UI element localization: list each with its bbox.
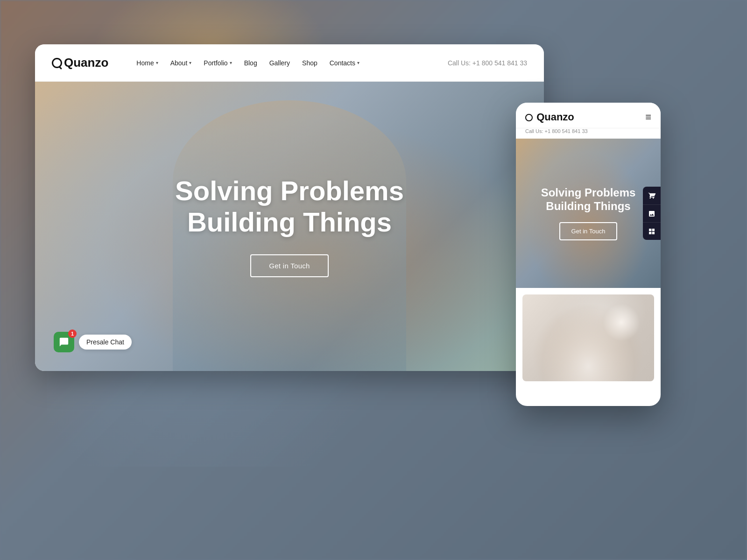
hero-title-line2: Building Things [187, 207, 392, 237]
logo-icon [52, 58, 62, 68]
chevron-down-icon: ▾ [189, 60, 191, 65]
nav-items: Home ▾ About ▾ Portfolio ▾ Blog Gallery … [132, 56, 448, 70]
mobile-hero-cta-button[interactable]: Get in Touch [559, 222, 618, 240]
nav-gallery[interactable]: Gallery [265, 56, 295, 70]
nav-contacts[interactable]: Contacts ▾ [325, 56, 364, 70]
chat-badge: 1 [68, 329, 77, 338]
logo[interactable]: Quanzo [52, 56, 108, 70]
nav-blog-label: Blog [244, 59, 257, 67]
nav-blog[interactable]: Blog [240, 56, 262, 70]
nav-home-label: Home [136, 59, 154, 67]
nav-about[interactable]: About ▾ [166, 56, 197, 70]
nav-about-label: About [170, 59, 188, 67]
nav-shop-label: Shop [302, 59, 317, 67]
nav-home[interactable]: Home ▾ [132, 56, 162, 70]
mobile-hero-title-line1: Solving Problems [541, 186, 636, 199]
chevron-down-icon: ▾ [156, 60, 158, 65]
mobile-header: Quanzo ≡ [516, 103, 661, 128]
hamburger-icon[interactable]: ≡ [645, 112, 651, 122]
mobile-hero-content: Solving Problems Building Things Get in … [516, 139, 661, 288]
nav-portfolio-label: Portfolio [204, 59, 227, 67]
mobile-hero: Solving Problems Building Things Get in … [516, 139, 661, 288]
nav-call: Call Us: +1 800 541 841 33 [448, 59, 527, 67]
hero-title: Solving Problems Building Things [175, 175, 404, 238]
hero-content: Solving Problems Building Things Get in … [35, 82, 544, 371]
hero-title-line1: Solving Problems [175, 175, 404, 206]
nav-contacts-label: Contacts [330, 59, 355, 67]
chevron-down-icon: ▾ [357, 60, 359, 65]
navbar: Quanzo Home ▾ About ▾ Portfolio ▾ Blog G… [35, 44, 544, 82]
chat-label: Presale Chat [79, 335, 132, 350]
mobile-logo-text: Quanzo [536, 111, 574, 123]
flower-detail [603, 304, 640, 341]
mobile-card: Quanzo ≡ Call Us: +1 800 541 841 33 Solv… [516, 103, 661, 406]
mobile-call: Call Us: +1 800 541 841 33 [516, 128, 661, 139]
mobile-hero-title: Solving Problems Building Things [541, 186, 636, 213]
nav-gallery-label: Gallery [269, 59, 290, 67]
desktop-card: Quanzo Home ▾ About ▾ Portfolio ▾ Blog G… [35, 44, 544, 371]
nav-portfolio[interactable]: Portfolio ▾ [199, 56, 236, 70]
hero-section: Solving Problems Building Things Get in … [35, 82, 544, 371]
chevron-down-icon: ▾ [230, 60, 232, 65]
hero-cta-button[interactable]: Get in Touch [250, 254, 329, 277]
mobile-bottom-section [516, 288, 661, 388]
nav-shop[interactable]: Shop [297, 56, 322, 70]
mobile-logo-q [525, 114, 533, 121]
chat-bubble[interactable]: 1 Presale Chat [54, 332, 132, 352]
message-icon [59, 337, 69, 347]
mobile-thumbnail [522, 294, 654, 381]
chat-icon[interactable]: 1 [54, 332, 74, 352]
logo-text: Quanzo [64, 56, 108, 70]
mobile-logo[interactable]: Quanzo [525, 111, 574, 123]
mobile-hero-title-line2: Building Things [546, 200, 630, 212]
